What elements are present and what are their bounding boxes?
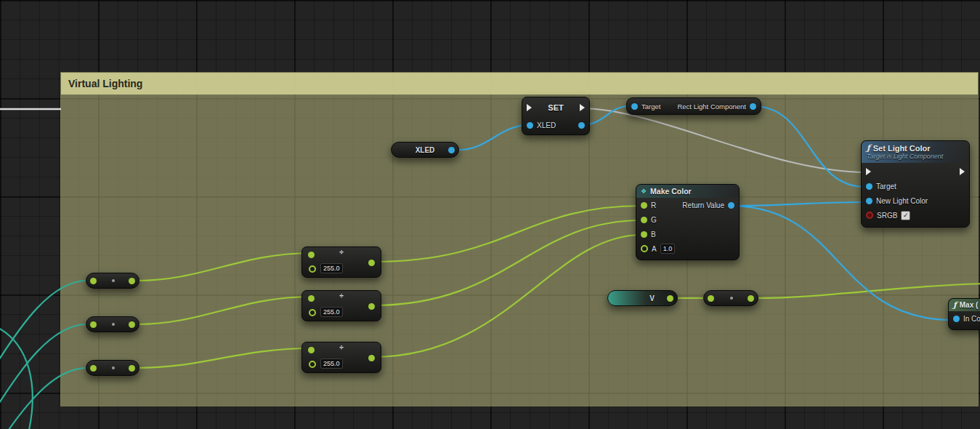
divide-icon: ÷	[302, 292, 381, 300]
a-input-pin[interactable]	[641, 245, 648, 252]
new-light-color-input-pin[interactable]	[866, 198, 872, 204]
divide-b-input-pin[interactable]	[309, 361, 316, 368]
node-set-light-color[interactable]: ƒ Set Light Color Target is Light Compon…	[861, 140, 970, 228]
function-icon: ƒ	[953, 300, 957, 310]
divide-value-input[interactable]: 255.0	[320, 307, 343, 317]
reroute-input-pin[interactable]	[90, 321, 97, 328]
g-input-pin[interactable]	[641, 217, 647, 223]
rect-output-pin[interactable]	[750, 103, 756, 110]
divide-b-input-pin[interactable]	[309, 309, 316, 316]
return-value-label: Return Value	[682, 201, 724, 209]
divide-icon: ÷	[302, 343, 381, 351]
rect-target-label: Target	[641, 103, 660, 111]
divide-output-pin[interactable]	[368, 303, 375, 310]
exec-out-pin[interactable]	[960, 168, 965, 175]
node-divide-2[interactable]: ÷ 255.0	[301, 290, 381, 321]
wire-teal-4	[0, 326, 33, 429]
target-input-pin[interactable]	[866, 183, 872, 190]
srgb-label: SRGB	[877, 212, 897, 220]
set-node-title: SET	[548, 103, 563, 112]
xled-output-pin[interactable]	[578, 122, 585, 129]
node-reroute-3[interactable]	[86, 360, 139, 376]
get-v-label: V	[631, 294, 655, 302]
reroute-output-pin[interactable]	[129, 365, 135, 372]
divide-icon: ÷	[302, 248, 381, 256]
reroute-dot	[730, 297, 733, 300]
node-make-color[interactable]: ❖ Make Color R Return Value G B A 1.0	[636, 184, 740, 260]
set-light-color-subtitle: Target is Light Component	[867, 153, 964, 160]
node-get-xled[interactable]: XLED	[391, 142, 459, 158]
return-value-output-pin[interactable]	[728, 202, 734, 209]
a-label: A	[652, 245, 657, 253]
max-input-label: In Co	[963, 315, 980, 323]
node-reroute-4[interactable]	[703, 290, 758, 306]
reroute-input-pin[interactable]	[90, 278, 97, 284]
get-xled-output-pin[interactable]	[448, 147, 455, 153]
node-get-rect-light-component[interactable]: Target Rect Light Component	[626, 97, 761, 115]
exec-in-pin[interactable]	[866, 168, 871, 175]
divide-value-input[interactable]: 255.0	[320, 263, 343, 273]
reroute-input-pin[interactable]	[90, 365, 97, 372]
node-reroute-1[interactable]	[86, 273, 139, 289]
get-v-output-pin[interactable]	[667, 295, 673, 302]
reroute-output-pin[interactable]	[129, 278, 135, 284]
new-light-color-label: New Light Color	[876, 197, 928, 205]
r-input-pin[interactable]	[641, 202, 647, 209]
reroute-input-pin[interactable]	[708, 295, 714, 302]
srgb-input-pin[interactable]	[866, 212, 873, 219]
rect-target-input-pin[interactable]	[631, 103, 638, 110]
rect-output-label: Rect Light Component	[677, 103, 746, 111]
xled-input-label: XLED	[537, 121, 556, 129]
a-value-input[interactable]: 1.0	[660, 244, 676, 254]
comment-title: Virtual Lighting	[68, 78, 142, 89]
struct-icon: ❖	[641, 188, 647, 195]
exec-out-pin[interactable]	[580, 104, 585, 111]
xled-input-pin[interactable]	[527, 122, 533, 129]
exec-in-pin[interactable]	[527, 104, 532, 111]
divide-output-pin[interactable]	[368, 355, 375, 361]
b-label: B	[651, 230, 656, 238]
blueprint-canvas[interactable]: Virtual Lighting SET	[0, 0, 980, 429]
divide-value-input[interactable]: 255.0	[320, 358, 343, 369]
make-color-title: Make Color	[650, 187, 692, 196]
comment-box-virtual-lighting: Virtual Lighting	[60, 72, 979, 406]
get-xled-label: XLED	[416, 146, 435, 154]
node-max-float[interactable]: ƒ Max ( In Co	[948, 298, 980, 330]
node-reroute-2[interactable]	[86, 316, 139, 332]
node-set-xled[interactable]: SET XLED	[522, 97, 590, 135]
max-input-pin[interactable]	[953, 316, 960, 322]
reroute-dot	[112, 366, 115, 369]
reroute-output-pin[interactable]	[748, 295, 754, 302]
b-input-pin[interactable]	[641, 231, 647, 238]
node-divide-3[interactable]: ÷ 255.0	[301, 342, 381, 373]
divide-output-pin[interactable]	[368, 260, 375, 266]
function-icon: ƒ	[867, 143, 870, 153]
node-divide-1[interactable]: ÷ 255.0	[301, 246, 381, 278]
max-title: Max (	[960, 301, 979, 309]
target-label: Target	[876, 183, 896, 191]
set-light-color-title: Set Light Color	[873, 144, 931, 153]
reroute-output-pin[interactable]	[129, 321, 135, 328]
node-get-v[interactable]: V	[607, 290, 678, 306]
reroute-dot	[112, 323, 115, 326]
g-label: G	[651, 216, 657, 224]
srgb-checkbox[interactable]: ✓	[901, 211, 910, 220]
r-label: R	[651, 201, 656, 209]
reroute-dot	[112, 279, 115, 282]
comment-header[interactable]: Virtual Lighting	[61, 73, 978, 95]
divide-b-input-pin[interactable]	[309, 265, 316, 273]
